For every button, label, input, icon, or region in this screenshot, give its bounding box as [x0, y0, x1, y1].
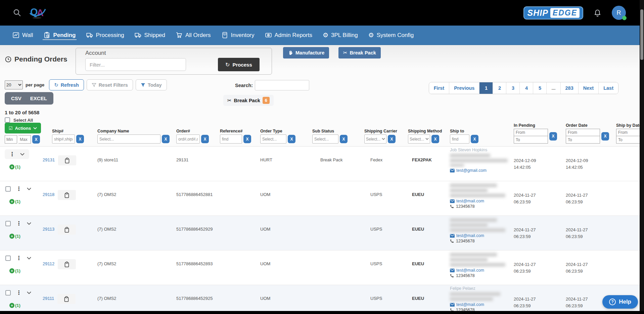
clear-in-pending-filter-button[interactable]: X [549, 132, 557, 141]
row-checkbox[interactable] [5, 186, 11, 192]
page-next[interactable]: Next [579, 82, 599, 94]
tab-processing[interactable]: Processing [86, 30, 125, 40]
tab-3pl-billing[interactable]: ⚙ 3PL Billing [322, 31, 359, 40]
row-expand-chevron-icon[interactable] [27, 188, 31, 190]
ship-to-filter-input[interactable] [450, 134, 469, 144]
email-link[interactable]: test@gmail.com [450, 168, 509, 173]
csv-export-button[interactable]: CSV [7, 93, 26, 104]
row-menu-kebab-icon[interactable]: ⋮ [16, 289, 21, 296]
clear-minmax-button[interactable]: X [32, 135, 40, 144]
account-filter-input[interactable] [85, 58, 186, 71]
row-expand-chevron-icon[interactable] [27, 291, 31, 294]
reset-filters-button[interactable]: Reset Filters [87, 79, 133, 90]
expand-items-badge[interactable]: + (1) [9, 164, 42, 169]
clear-carrier-filter-button[interactable]: X [388, 135, 396, 143]
tab-pending[interactable]: Pending [43, 30, 76, 40]
per-page-select[interactable]: 20 [5, 80, 23, 89]
clear-company-filter-button[interactable]: X [162, 135, 170, 143]
expand-items-badge[interactable]: + (1) [9, 199, 42, 204]
page-2[interactable]: 2 [493, 82, 506, 94]
tab-system-config[interactable]: ⚙ System Config [368, 31, 415, 40]
email-link[interactable]: test@mail.com [450, 268, 509, 273]
clear-order-type-filter-button[interactable]: X [288, 135, 295, 143]
company-filter-select[interactable] [97, 134, 160, 144]
row-menu-kebab-icon[interactable]: ⋮ [16, 186, 21, 192]
tab-all-orders[interactable]: All Orders [175, 30, 212, 40]
expand-items-badge[interactable]: + (1) [9, 234, 42, 239]
ship-number-link[interactable]: 29118 [43, 192, 54, 197]
clear-method-filter-button[interactable]: X [431, 135, 439, 143]
expand-items-badge[interactable]: + (1) [9, 303, 42, 308]
row-menu-kebab-icon[interactable]: ⋮ [16, 220, 21, 227]
break-pack-filter-pill[interactable]: ✂ Break Pack 6 [223, 95, 274, 106]
shipping-carrier-select[interactable]: Select... [364, 134, 386, 144]
table-search-input[interactable] [255, 80, 309, 90]
row-expand-chevron-icon[interactable] [27, 257, 31, 260]
row-expand-chevron-icon[interactable] [27, 222, 31, 225]
copy-icon[interactable] [58, 190, 76, 200]
notifications-bell-icon[interactable] [593, 9, 602, 17]
shipping-method-select[interactable]: Select... [408, 134, 430, 144]
email-link[interactable]: test@mail.com [450, 233, 509, 238]
copy-icon[interactable] [58, 225, 76, 235]
email-link[interactable]: test@mail.com [450, 199, 509, 203]
clear-order-date-filter-button[interactable]: X [601, 132, 609, 141]
manufacture-button[interactable]: Manufacture [283, 47, 329, 58]
ship-filter-input[interactable] [52, 134, 75, 144]
scrollbar-thumb[interactable] [640, 9, 643, 60]
tab-wall[interactable]: Wall [12, 30, 34, 40]
order-filter-input[interactable] [176, 134, 200, 144]
row-expand-chevron-icon[interactable] [20, 153, 25, 156]
ship-number-link[interactable]: 29111 [43, 296, 54, 301]
page-1[interactable]: 1 [479, 82, 493, 94]
tab-admin-reports[interactable]: Admin Reports [264, 30, 313, 40]
today-button[interactable]: Today [136, 79, 167, 90]
clear-ship-filter-button[interactable]: X [76, 135, 84, 143]
tab-inventory[interactable]: Inventory [221, 30, 255, 40]
page-last[interactable]: Last [599, 82, 618, 94]
max-qty-input[interactable] [18, 135, 31, 144]
ship-number-link[interactable]: 29131 [43, 157, 55, 162]
ship-number-link[interactable]: 29112 [43, 261, 54, 266]
min-qty-input[interactable] [5, 135, 17, 144]
email-link[interactable]: test@mail.com [450, 302, 509, 307]
in-pending-to-input[interactable] [514, 136, 548, 144]
vertical-scrollbar[interactable] [640, 0, 644, 314]
row-menu-kebab-icon[interactable]: ⋮ [9, 151, 15, 157]
order-date-from-input[interactable] [566, 129, 600, 136]
clear-reference-filter-button[interactable]: X [243, 135, 251, 143]
order-type-filter-select[interactable] [260, 134, 286, 144]
clear-sub-status-filter-button[interactable]: X [340, 135, 348, 143]
reference-filter-input[interactable] [220, 134, 242, 144]
select-all-checkbox[interactable] [5, 117, 10, 123]
expand-items-badge[interactable]: + (1) [9, 268, 42, 273]
help-button[interactable]: ? Help [602, 295, 638, 309]
row-checkbox[interactable] [5, 290, 11, 296]
user-avatar[interactable]: R [612, 6, 626, 20]
page-previous[interactable]: Previous [449, 82, 479, 94]
order-date-to-input[interactable] [566, 136, 600, 144]
row-checkbox[interactable] [5, 256, 11, 261]
copy-icon[interactable] [58, 259, 76, 269]
process-button[interactable]: ↻ Process [218, 58, 260, 71]
sub-status-filter-select[interactable] [312, 134, 338, 144]
search-icon[interactable] [13, 8, 21, 17]
clear-order-filter-button[interactable]: X [201, 135, 209, 143]
qa-account-logo[interactable]: Q A [29, 5, 46, 21]
ship-number-link[interactable]: 29113 [43, 227, 54, 232]
copy-icon[interactable] [58, 155, 76, 165]
page-3[interactable]: 3 [506, 82, 520, 94]
row-menu-kebab-icon[interactable]: ⋮ [16, 255, 21, 261]
in-pending-from-input[interactable] [514, 129, 548, 136]
page-5[interactable]: 5 [533, 82, 547, 94]
actions-dropdown-button[interactable]: ☑ Actions [5, 123, 41, 133]
copy-icon[interactable] [57, 294, 76, 304]
break-pack-button[interactable]: ✂ Break Pack [338, 47, 381, 58]
page-4[interactable]: 4 [520, 82, 533, 94]
row-checkbox[interactable] [5, 221, 11, 226]
page-first[interactable]: First [429, 82, 449, 94]
tab-shipped[interactable]: Shipped [134, 30, 166, 40]
refresh-button[interactable]: ↻ Refresh [49, 79, 84, 90]
excel-export-button[interactable]: EXCEL [26, 93, 51, 104]
page-ellipsis[interactable]: ... [547, 82, 560, 94]
